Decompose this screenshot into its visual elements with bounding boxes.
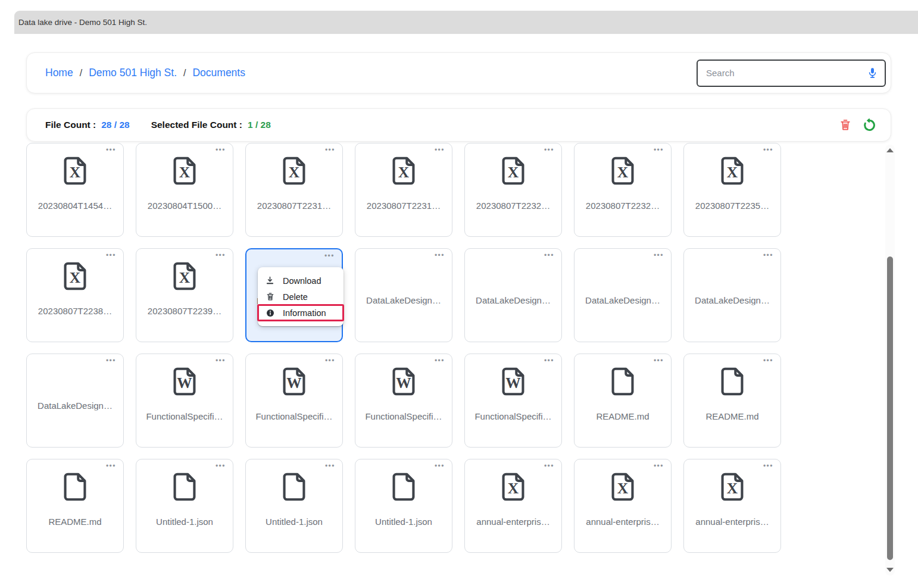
file-name: 20230807T2232… bbox=[586, 201, 660, 211]
scrollbar-thumb[interactable] bbox=[887, 257, 893, 560]
file-more-icon[interactable]: ••• bbox=[433, 355, 446, 366]
file-more-icon[interactable]: ••• bbox=[543, 355, 555, 366]
file-more-icon[interactable]: ••• bbox=[652, 250, 665, 261]
breadcrumb-link-demo-501-high-st-[interactable]: Demo 501 High St. bbox=[89, 67, 177, 79]
window-title: Data lake drive - Demo 501 High St. bbox=[18, 18, 147, 27]
file-card[interactable]: ••• X 20230807T2231… bbox=[355, 143, 452, 237]
file-card[interactable]: ••• README.md bbox=[683, 354, 781, 448]
file-card[interactable]: ••• Untitled-1.json bbox=[245, 459, 343, 553]
word-file-icon: W bbox=[496, 364, 530, 399]
svg-text:X: X bbox=[289, 164, 300, 180]
selected-count-label: Selected File Count : bbox=[151, 120, 242, 130]
scroll-down-arrow-icon[interactable] bbox=[886, 568, 894, 572]
file-card[interactable]: ••• X 20230807T2235… bbox=[683, 143, 781, 237]
file-card[interactable]: ••• Untitled-1.json bbox=[355, 459, 452, 553]
file-more-icon[interactable]: ••• bbox=[214, 250, 227, 261]
file-file-icon bbox=[605, 364, 640, 399]
file-more-icon[interactable]: ••• bbox=[433, 461, 446, 471]
breadcrumb-link-home[interactable]: Home bbox=[45, 67, 73, 79]
file-name: README.md bbox=[48, 517, 101, 527]
file-more-icon[interactable]: ••• bbox=[652, 355, 665, 366]
file-context-menu: DownloadDeleteInformation bbox=[258, 267, 344, 326]
file-more-icon[interactable]: ••• bbox=[324, 355, 336, 366]
search-input[interactable] bbox=[705, 67, 866, 79]
file-more-icon[interactable]: ••• bbox=[652, 145, 665, 155]
file-card[interactable]: ••• X 20230807T2232… bbox=[464, 143, 562, 237]
file-more-icon[interactable]: ••• bbox=[433, 250, 446, 261]
file-more-icon[interactable]: ••• bbox=[214, 145, 227, 155]
file-name: 20230807T2232… bbox=[476, 201, 550, 211]
file-card[interactable]: ••• X 20230804T1454… bbox=[26, 143, 124, 237]
file-file-icon bbox=[386, 470, 421, 504]
file-more-icon[interactable]: ••• bbox=[214, 461, 227, 471]
file-card[interactable]: ••• W FunctionalSpecifi… bbox=[464, 354, 562, 448]
file-card[interactable]: ••• X 20230804T1500… bbox=[136, 143, 233, 237]
file-more-icon[interactable]: ••• bbox=[543, 461, 555, 471]
file-card[interactable]: ••• X 20230807T2238… bbox=[26, 248, 124, 342]
scroll-up-arrow-icon[interactable] bbox=[886, 148, 894, 152]
file-card[interactable]: ••• W FunctionalSpecifi… bbox=[355, 354, 452, 448]
file-card[interactable]: ••• X 20230807T2231… bbox=[245, 143, 343, 237]
file-name: Untitled-1.json bbox=[266, 517, 323, 527]
svg-text:W: W bbox=[505, 374, 520, 391]
file-name: 20230804T1454… bbox=[38, 201, 112, 211]
file-more-icon[interactable]: ••• bbox=[762, 355, 775, 366]
file-name: 20230807T2235… bbox=[695, 201, 769, 211]
file-name: 20230807T2231… bbox=[257, 201, 331, 211]
file-card[interactable]: ••• DataLakeDesign… bbox=[355, 248, 452, 342]
file-card[interactable]: ••• DataLakeDesign… bbox=[464, 248, 562, 342]
file-card[interactable]: ••• DataLakeDesign… bbox=[683, 248, 781, 342]
file-more-icon[interactable]: ••• bbox=[105, 461, 117, 471]
menu-item-download[interactable]: Download bbox=[258, 273, 344, 289]
file-name: README.md bbox=[596, 411, 649, 421]
svg-text:X: X bbox=[70, 164, 81, 180]
file-card[interactable]: ••• DataLakeDesign… bbox=[26, 354, 124, 448]
file-card[interactable]: ••• X annual-enterpris… bbox=[574, 459, 672, 553]
vertical-scrollbar bbox=[885, 145, 895, 576]
svg-text:X: X bbox=[727, 480, 738, 496]
file-name: DataLakeDesign… bbox=[684, 295, 780, 305]
file-count-label: File Count : bbox=[45, 120, 96, 130]
file-more-icon[interactable]: ••• bbox=[324, 145, 336, 155]
file-more-icon[interactable]: ••• bbox=[652, 461, 665, 471]
trash-icon bbox=[839, 118, 852, 132]
file-more-icon[interactable]: ••• bbox=[543, 250, 555, 261]
file-name: FunctionalSpecifi… bbox=[474, 411, 551, 421]
excel-file-icon: X bbox=[605, 154, 640, 188]
delete-selected-button[interactable] bbox=[839, 118, 852, 132]
file-more-icon[interactable]: ••• bbox=[214, 355, 227, 366]
selected-count-value: 1 / 28 bbox=[248, 120, 271, 130]
refresh-button[interactable] bbox=[863, 118, 876, 132]
file-card[interactable]: ••• X 20230807T2232… bbox=[574, 143, 672, 237]
file-file-icon bbox=[58, 470, 92, 504]
excel-file-icon: X bbox=[605, 470, 640, 504]
file-more-icon[interactable]: ••• bbox=[433, 145, 446, 155]
menu-item-delete[interactable]: Delete bbox=[258, 289, 344, 305]
file-card[interactable]: ••• W FunctionalSpecifi… bbox=[245, 354, 343, 448]
file-more-icon[interactable]: ••• bbox=[762, 145, 775, 155]
menu-item-information[interactable]: Information bbox=[258, 305, 344, 321]
file-more-icon[interactable]: ••• bbox=[105, 355, 117, 366]
file-more-icon[interactable]: ••• bbox=[762, 250, 775, 261]
file-card[interactable]: ••• X annual-enterpris… bbox=[464, 459, 562, 553]
file-more-icon[interactable]: ••• bbox=[324, 461, 336, 471]
breadcrumb-link-documents[interactable]: Documents bbox=[192, 67, 245, 79]
file-card[interactable]: ••• Untitled-1.json bbox=[136, 459, 233, 553]
file-more-icon[interactable]: ••• bbox=[762, 461, 775, 471]
file-name: annual-enterpris… bbox=[695, 517, 769, 527]
file-card-selected[interactable]: ••• DataLakeDesign… DownloadDeleteInform… bbox=[245, 248, 343, 342]
file-more-icon[interactable]: ••• bbox=[105, 250, 117, 261]
microphone-icon bbox=[866, 67, 879, 79]
menu-item-label: Delete bbox=[283, 292, 308, 302]
file-card[interactable]: ••• DataLakeDesign… bbox=[574, 248, 672, 342]
file-more-icon[interactable]: ••• bbox=[543, 145, 555, 155]
excel-file-icon: X bbox=[167, 259, 202, 293]
file-card[interactable]: ••• X 20230807T2239… bbox=[136, 248, 233, 342]
file-more-icon[interactable]: ••• bbox=[105, 145, 117, 155]
file-card[interactable]: ••• README.md bbox=[26, 459, 124, 553]
microphone-button[interactable] bbox=[866, 67, 879, 79]
file-card[interactable]: ••• README.md bbox=[574, 354, 672, 448]
file-more-icon[interactable]: ••• bbox=[323, 251, 336, 261]
file-card[interactable]: ••• W FunctionalSpecifi… bbox=[136, 354, 233, 448]
file-card[interactable]: ••• X annual-enterpris… bbox=[683, 459, 781, 553]
